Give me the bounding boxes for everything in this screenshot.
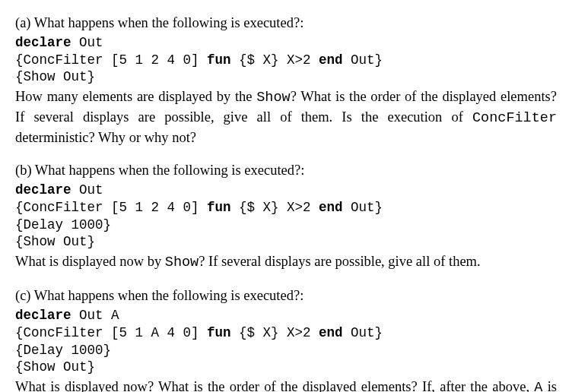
question-b: (b) What happens when the following is e… (15, 161, 557, 273)
code-a: declare Out {ConcFilter [5 1 2 4 0] fun … (15, 34, 557, 86)
kw-fun: fun (207, 325, 231, 340)
code-b: declare Out {ConcFilter [5 1 2 4 0] fun … (15, 182, 557, 251)
prompt-b: What happens when the following is execu… (32, 163, 305, 178)
kw-end: end (319, 325, 343, 340)
label-b: (b) (15, 163, 32, 178)
question-a: (a) What happens when the following is e… (15, 14, 557, 147)
label-c: (c) (15, 288, 31, 303)
code-c: declare Out A {ConcFilter [5 1 A 4 0] fu… (15, 307, 557, 376)
prompt-c: What happens when the following is execu… (31, 288, 304, 303)
kw-end: end (319, 52, 343, 68)
kw-declare: declare (15, 308, 72, 323)
prompt-a: What happens when the following is execu… (31, 15, 304, 30)
kw-fun: fun (207, 200, 231, 215)
kw-fun: fun (207, 52, 231, 68)
kw-end: end (319, 200, 343, 215)
kw-declare: declare (15, 182, 72, 198)
question-c: (c) What happens when the following is e… (15, 286, 557, 392)
label-a: (a) (15, 15, 31, 30)
question-text-c: What is displayed now? What is the order… (15, 378, 557, 392)
question-text-b: What is displayed now by Show? If severa… (15, 252, 557, 273)
question-text-a: How many elements are displayed by the S… (15, 87, 557, 147)
kw-declare: declare (15, 35, 72, 50)
